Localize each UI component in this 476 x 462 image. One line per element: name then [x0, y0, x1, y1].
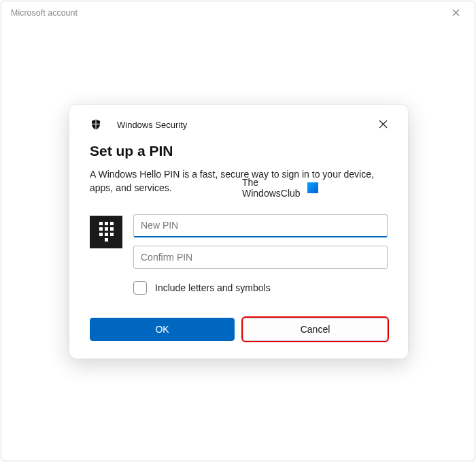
keypad-icon — [90, 216, 122, 248]
pin-fields: Include letters and symbols — [133, 214, 388, 295]
dialog-title: Set up a PIN — [90, 143, 388, 159]
include-symbols-checkbox[interactable] — [133, 281, 147, 295]
close-icon — [379, 120, 388, 129]
new-pin-input[interactable] — [133, 214, 388, 237]
outer-close-button[interactable] — [447, 5, 465, 20]
confirm-pin-input[interactable] — [133, 246, 388, 269]
windows-security-dialog: Windows Security Set up a PIN A Windows … — [69, 105, 408, 359]
pin-form: Include letters and symbols — [90, 214, 388, 295]
close-icon — [452, 9, 460, 16]
dialog-close-button[interactable] — [376, 117, 390, 133]
include-symbols-label: Include letters and symbols — [155, 282, 271, 293]
cancel-button[interactable]: Cancel — [243, 318, 388, 341]
ok-button[interactable]: OK — [90, 318, 235, 341]
outer-titlebar: Microsoft account — [1, 1, 475, 24]
shield-icon — [90, 118, 102, 131]
outer-window-title: Microsoft account — [11, 8, 78, 18]
dialog-app-name: Windows Security — [117, 120, 187, 130]
dialog-header: Windows Security — [90, 118, 388, 131]
dialog-description: A Windows Hello PIN is a fast, secure wa… — [90, 167, 388, 195]
dialog-buttons: OK Cancel — [90, 318, 388, 341]
microsoft-account-window: Microsoft account Windows Security Set u… — [1, 1, 475, 461]
include-symbols-row: Include letters and symbols — [133, 281, 388, 295]
